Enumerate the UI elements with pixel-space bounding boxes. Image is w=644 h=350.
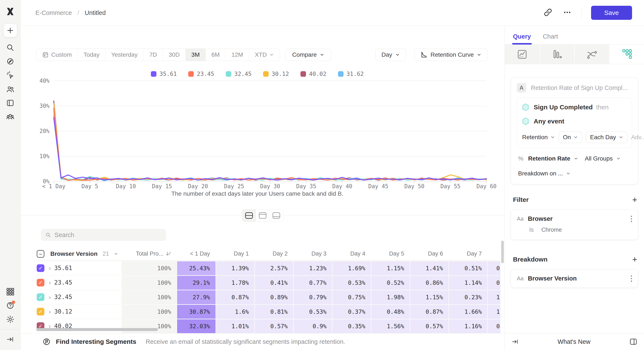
- cell-day-3: 0.77%: [293, 275, 332, 290]
- breadcrumb-title[interactable]: Untitled: [85, 9, 106, 16]
- row-checkbox[interactable]: ✓: [37, 293, 44, 301]
- x-axis-tick-label: < 1 Day: [42, 183, 66, 189]
- cell-day-5: 0.52%: [371, 275, 410, 290]
- range-custom[interactable]: Custom: [36, 49, 78, 61]
- filter-value[interactable]: Chrome: [541, 227, 562, 233]
- users-nav-icon[interactable]: [4, 82, 17, 96]
- filter-operator[interactable]: Is: [529, 227, 534, 233]
- column-header-label: Day 7: [467, 250, 482, 257]
- group-count: 21: [103, 250, 109, 257]
- criteria-label: On: [563, 134, 571, 141]
- horizontal-scrollbar[interactable]: [36, 328, 158, 331]
- filter-card[interactable]: Aa Browser Is Chrome: [511, 209, 638, 240]
- expand-chevron-icon[interactable]: ›: [49, 265, 51, 272]
- more-options-icon[interactable]: [562, 7, 572, 18]
- report-type-insights[interactable]: [505, 44, 540, 64]
- panel-collapse-icon[interactable]: [511, 338, 519, 346]
- view-toggle-split[interactable]: [242, 209, 256, 221]
- row-checkbox[interactable]: ✓: [37, 264, 44, 272]
- step-title[interactable]: Retention Rate of Sign Up Compl...: [531, 84, 628, 91]
- cohorts-nav-icon[interactable]: [4, 110, 17, 123]
- create-new-button[interactable]: [4, 24, 17, 37]
- event-a-row[interactable]: Sign Up Completed then: [522, 103, 627, 111]
- add-breakdown-button[interactable]: +: [632, 255, 637, 264]
- select-all-checkbox[interactable]: –: [37, 250, 44, 258]
- report-type-retention[interactable]: [610, 44, 644, 64]
- expand-chevron-icon[interactable]: ›: [49, 279, 51, 286]
- filter-property-name[interactable]: Browser: [528, 215, 553, 222]
- search-nav-icon[interactable]: [4, 41, 17, 54]
- view-toggle-chart-only[interactable]: [256, 209, 270, 221]
- copy-link-icon[interactable]: [543, 7, 553, 18]
- range-3m[interactable]: 3M: [186, 49, 206, 61]
- filter-kebab-icon[interactable]: [631, 216, 632, 222]
- column-header-day-4[interactable]: Day 4: [332, 247, 371, 260]
- tab-query[interactable]: Query: [513, 33, 531, 40]
- column-header-day-2[interactable]: Day 2: [254, 247, 293, 260]
- range-7d[interactable]: 7D: [144, 49, 163, 61]
- whats-new-link[interactable]: What's New: [519, 338, 629, 345]
- y-axis-tick-label: 40%: [40, 78, 50, 84]
- actions-cursor-icon[interactable]: [4, 69, 17, 82]
- breakdown-kebab-icon[interactable]: [631, 275, 632, 282]
- range-6m[interactable]: 6M: [206, 49, 226, 61]
- criteria-each-day[interactable]: Each Day: [586, 132, 627, 143]
- vertical-scrollbar[interactable]: [501, 241, 504, 263]
- cell-day-7: 1.16%: [448, 319, 487, 333]
- row-checkbox[interactable]: ✓: [37, 308, 44, 316]
- chevron-down-icon[interactable]: [114, 252, 118, 256]
- column-header-day-1[interactable]: Day 1: [216, 247, 254, 260]
- apps-grid-icon[interactable]: [4, 285, 17, 298]
- column-header-lt-1-day[interactable]: < 1 Day: [177, 247, 216, 260]
- filter-section-header: Filter +: [513, 195, 637, 204]
- total-column-header[interactable]: Total Pro...: [122, 247, 177, 260]
- add-filter-button[interactable]: +: [632, 195, 637, 204]
- range-today[interactable]: Today: [78, 49, 106, 61]
- cell-day-2: 0.89%: [254, 290, 293, 304]
- help-icon[interactable]: [4, 299, 17, 312]
- search-input[interactable]: [55, 231, 162, 238]
- chart-controls: CustomTodayYesterday7D30D3M6M12MXTD Comp…: [36, 49, 488, 61]
- sidebar-collapse-icon[interactable]: [4, 333, 17, 346]
- row-checkbox[interactable]: ✓: [37, 279, 44, 287]
- series-line-31.62: [54, 115, 486, 180]
- range-xtd[interactable]: XTD: [249, 49, 280, 61]
- breakdown-property-name[interactable]: Browser Version: [528, 275, 577, 282]
- breadcrumb-project[interactable]: E-Commerce: [36, 9, 72, 16]
- breakdown-on-dropdown[interactable]: Breakdown on ...: [517, 170, 632, 177]
- tab-chart[interactable]: Chart: [543, 33, 558, 40]
- groups-dropdown[interactable]: All Groups: [585, 155, 613, 162]
- measure-dropdown[interactable]: Retention Rate: [528, 155, 570, 162]
- criteria-adv-[interactable]: Adv...: [631, 134, 644, 141]
- range-yesterday[interactable]: Yesterday: [106, 49, 144, 61]
- range-30d[interactable]: 30D: [163, 49, 186, 61]
- granularity-dropdown[interactable]: Day: [375, 49, 406, 61]
- explore-compass-icon[interactable]: [4, 55, 17, 68]
- event-b-row[interactable]: Any event: [522, 117, 627, 125]
- criteria-on[interactable]: On: [559, 132, 582, 143]
- column-header-day-3[interactable]: Day 3: [293, 247, 332, 260]
- compare-button[interactable]: Compare: [286, 49, 331, 61]
- segments-title[interactable]: Find Interesting Segments: [56, 338, 136, 345]
- group-column-label[interactable]: Browser Version: [50, 250, 98, 257]
- expand-chevron-icon[interactable]: ›: [49, 294, 51, 301]
- cell-day-6: 1.41%: [410, 261, 448, 275]
- expand-chevron-icon[interactable]: ›: [49, 308, 51, 315]
- view-toggle-table-only[interactable]: [270, 209, 283, 221]
- column-header-day-5[interactable]: Day 5: [371, 247, 410, 260]
- chart-type-dropdown[interactable]: Retention Curve: [414, 49, 488, 61]
- column-header-day-6[interactable]: Day 6: [410, 247, 448, 260]
- report-type-funnels[interactable]: [540, 44, 575, 64]
- criteria-retention[interactable]: Retention: [522, 134, 555, 141]
- save-button[interactable]: Save: [591, 6, 632, 20]
- breakdown-card[interactable]: Aa Browser Version: [511, 269, 638, 288]
- settings-gear-icon[interactable]: [4, 313, 17, 326]
- interesting-segments-bar[interactable]: Find Interesting Segments Receive an ema…: [20, 333, 505, 350]
- column-header-day-7[interactable]: Day 7: [448, 247, 487, 260]
- range-12m[interactable]: 12M: [226, 49, 249, 61]
- boards-nav-icon[interactable]: [4, 96, 17, 110]
- report-type-flows[interactable]: [575, 44, 610, 64]
- split-panel-icon[interactable]: [629, 338, 638, 346]
- range-label: 7D: [149, 51, 157, 58]
- funnels-icon: [551, 48, 563, 60]
